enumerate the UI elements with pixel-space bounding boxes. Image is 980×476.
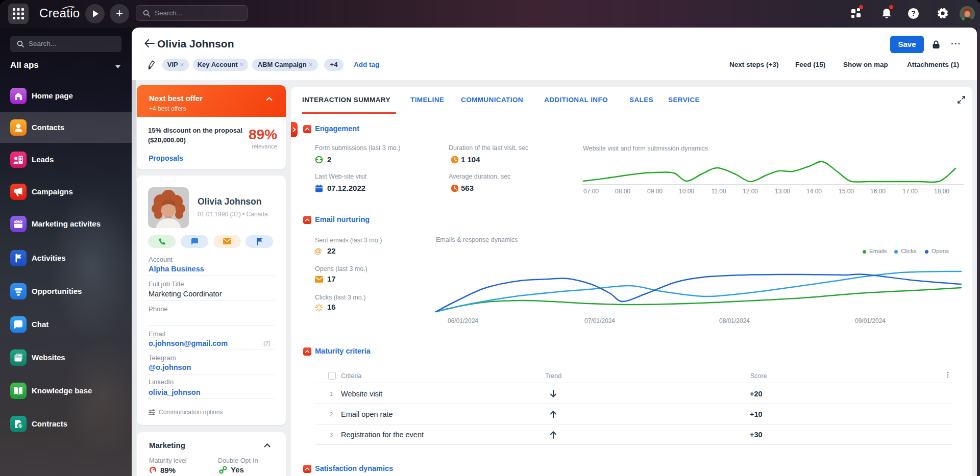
svg-text:$: $ <box>19 423 21 429</box>
